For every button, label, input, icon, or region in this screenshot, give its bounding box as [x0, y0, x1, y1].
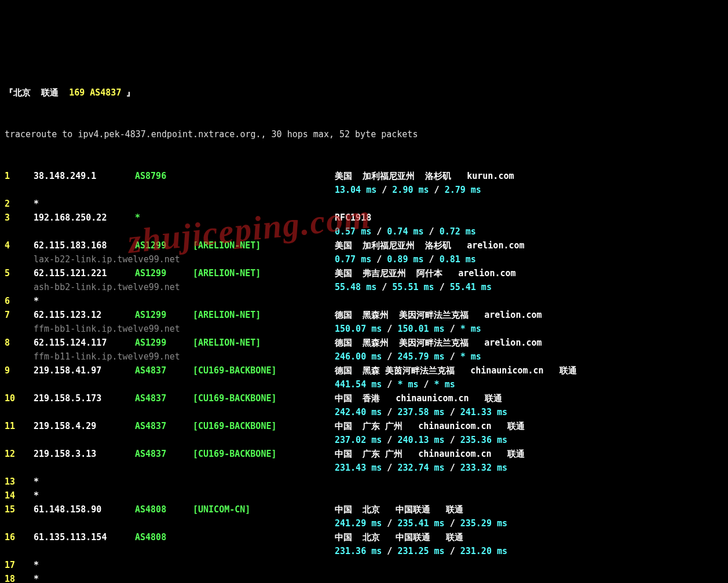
hop-ptr: [34, 377, 335, 391]
hop-row: 762.115.123.12AS1299[ARELION-NET]德国 黑森州 …: [5, 308, 723, 322]
hop-detail: 231.43 ms / 232.74 ms / 233.32 ms: [5, 461, 723, 475]
hop-as: AS4808: [135, 503, 193, 516]
hop-number: 11: [5, 419, 34, 433]
hop-geo: 中国 广东 广州 chinaunicom.cn 联通: [335, 419, 723, 433]
hop-as: AS4837: [135, 447, 193, 461]
hop-detail: 237.02 ms / 240.13 ms / 235.36 ms: [5, 433, 723, 447]
hop-detail: ash-bb2-link.ip.twelve99.net55.48 ms / 5…: [5, 280, 723, 294]
hop-detail: 242.40 ms / 237.58 ms / 241.33 ms: [5, 405, 723, 419]
hop-as: AS4808: [135, 530, 193, 544]
hop-as: *: [135, 211, 193, 225]
hop-detail: 231.36 ms / 231.25 ms / 231.20 ms: [5, 544, 723, 558]
hop-row: 1561.148.158.90AS4808[UNICOM-CN]中国 北京 中国…: [5, 503, 723, 516]
hop-detail: ffm-b11-link.ip.twelve99.net246.00 ms / …: [5, 350, 723, 364]
hop-row: 17*: [5, 558, 723, 572]
hop-as: [135, 197, 193, 211]
hop-row: 14*: [5, 489, 723, 503]
hop-number: 16: [5, 530, 34, 544]
hop-row: 12219.158.3.13AS4837[CU169-BACKBONE]中国 广…: [5, 447, 723, 461]
hop-as: [135, 558, 193, 572]
hop-row: 462.115.183.168AS1299[ARELION-NET]美国 加利福…: [5, 239, 723, 252]
hop-ip: 62.115.121.221: [34, 266, 135, 280]
hop-number: 9: [5, 364, 34, 377]
hop-row: 6*: [5, 294, 723, 308]
hop-as: [135, 489, 193, 503]
hop-geo: [335, 489, 723, 503]
hop-ip: *: [34, 489, 135, 503]
hop-detail: 0.57 ms / 0.74 ms / 0.72 ms: [5, 225, 723, 239]
hop-number: 1: [5, 169, 34, 183]
hop-geo: 中国 北京 中国联通 联通: [335, 530, 723, 544]
hop-rtt: 246.00 ms / 245.79 ms / * ms: [335, 350, 481, 364]
hop-as: [135, 572, 193, 583]
hop-geo: 中国 香港 chinaunicom.cn 联通: [335, 391, 723, 405]
hop-net: [193, 572, 335, 583]
hop-geo: 中国 北京 中国联通 联通: [335, 503, 723, 516]
hop-ip: 219.158.41.97: [34, 364, 135, 377]
hop-number: 17: [5, 558, 34, 572]
hop-number: 7: [5, 308, 34, 322]
hop-ip: 38.148.249.1: [34, 169, 135, 183]
hop-geo: 美国 加利福尼亚州 洛杉矶 kurun.com: [335, 169, 723, 183]
hop-ptr: [34, 544, 335, 558]
hop-net: [193, 169, 335, 183]
hop-number: 3: [5, 211, 34, 225]
hop-geo: [335, 572, 723, 583]
hop-as: AS1299: [135, 266, 193, 280]
hop-as: AS8796: [135, 169, 193, 183]
hop-row: 13*: [5, 475, 723, 489]
hop-net: [ARELION-NET]: [193, 239, 335, 252]
hop-ip: 62.115.124.117: [34, 336, 135, 350]
hop-as: AS1299: [135, 239, 193, 252]
hop-rtt: 13.04 ms / 2.90 ms / 2.79 ms: [335, 183, 481, 197]
hop-geo: [335, 475, 723, 489]
hop-row: 2*: [5, 197, 723, 211]
hop-ip: *: [34, 558, 135, 572]
hop-ptr: [34, 461, 335, 475]
hop-geo: RFC1918: [335, 211, 723, 225]
hop-as: AS1299: [135, 336, 193, 350]
hop-geo: 中国 广东 广州 chinaunicom.cn 联通: [335, 447, 723, 461]
hop-geo: [335, 558, 723, 572]
hop-number: 15: [5, 503, 34, 516]
hop-rtt: 237.02 ms / 240.13 ms / 235.36 ms: [335, 433, 507, 447]
hop-as: [135, 475, 193, 489]
hop-detail: 441.54 ms / * ms / * ms: [5, 377, 723, 391]
hop-ip: 62.115.123.12: [34, 308, 135, 322]
hop-number: 4: [5, 239, 34, 252]
hop-ptr: [34, 225, 335, 239]
hop-detail: lax-b22-link.ip.twelve99.net0.77 ms / 0.…: [5, 252, 723, 266]
hop-geo: [335, 197, 723, 211]
hop-ip: *: [34, 572, 135, 583]
hop-ptr: [34, 516, 335, 530]
hop-as: [135, 294, 193, 308]
hop-net: [ARELION-NET]: [193, 336, 335, 350]
hop-ip: *: [34, 294, 135, 308]
hop-rtt: 231.43 ms / 232.74 ms / 233.32 ms: [335, 461, 507, 475]
hop-ptr: ffm-bb1-link.ip.twelve99.net: [34, 322, 335, 336]
traceroute-cmd: traceroute to ipv4.pek-4837.endpoint.nxt…: [5, 127, 723, 141]
hop-net: [193, 211, 335, 225]
hop-ptr: [34, 183, 335, 197]
hop-rtt: 0.57 ms / 0.74 ms / 0.72 ms: [335, 225, 476, 239]
hop-ip: 61.148.158.90: [34, 503, 135, 516]
hop-ip: 219.158.4.29: [34, 419, 135, 433]
hop-number: 14: [5, 489, 34, 503]
hop-row: 862.115.124.117AS1299[ARELION-NET]德国 黑森州…: [5, 336, 723, 350]
hop-rtt: 241.29 ms / 235.41 ms / 235.29 ms: [335, 516, 507, 530]
hop-rtt: 441.54 ms / * ms / * ms: [335, 377, 455, 391]
hop-geo: 德国 黑森 美茵河畔法兰克福 chinaunicom.cn 联通: [335, 364, 723, 377]
hop-rtt: 55.48 ms / 55.51 ms / 55.41 ms: [335, 280, 492, 294]
hop-ptr: [34, 405, 335, 419]
hop-ptr: ash-bb2-link.ip.twelve99.net: [34, 280, 335, 294]
hop-as: AS4837: [135, 391, 193, 405]
hop-ip: 219.158.3.13: [34, 447, 135, 461]
hop-ptr: lax-b22-link.ip.twelve99.net: [34, 252, 335, 266]
header-line: 『北京 联通 169 AS4837 』: [5, 86, 723, 100]
hop-row: 10219.158.5.173AS4837[CU169-BACKBONE]中国 …: [5, 391, 723, 405]
hop-geo: 美国 弗吉尼亚州 阿什本 arelion.com: [335, 266, 723, 280]
hop-geo: 德国 黑森州 美因河畔法兰克福 arelion.com: [335, 336, 723, 350]
hop-ip: *: [34, 475, 135, 489]
hop-row: 11219.158.4.29AS4837[CU169-BACKBONE]中国 广…: [5, 419, 723, 433]
hop-net: [193, 558, 335, 572]
